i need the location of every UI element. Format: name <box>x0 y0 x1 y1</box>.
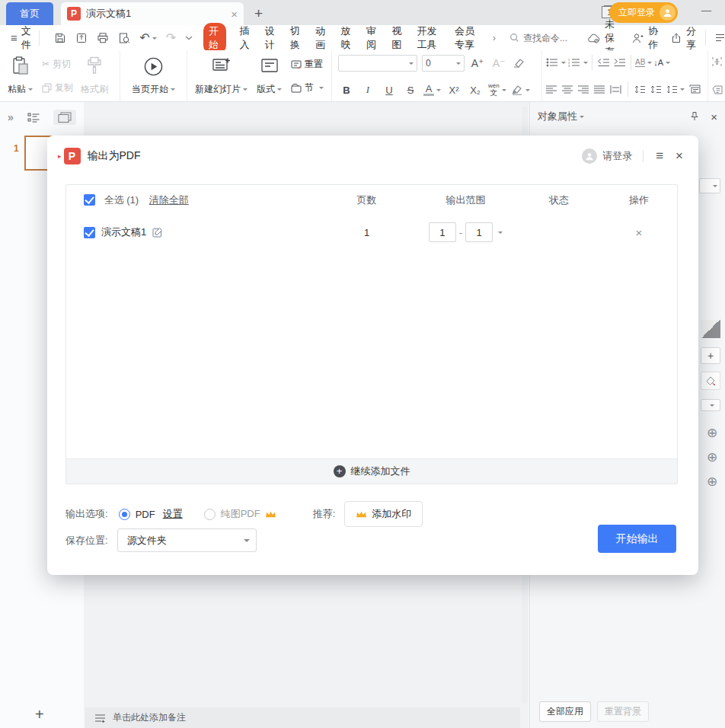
outline-view-icon[interactable] <box>27 113 40 123</box>
reset-button[interactable]: 重置 <box>291 58 324 71</box>
pdf-option-label[interactable]: PDF <box>136 509 155 520</box>
collaborate-button[interactable]: 协作 <box>648 24 658 52</box>
tab-animation[interactable]: 动画 <box>315 24 327 52</box>
tab-design[interactable]: 设计 <box>265 24 277 52</box>
callout-textbox-icon[interactable] <box>711 85 723 95</box>
line-spacing-up-icon[interactable] <box>634 85 646 94</box>
minimize-window-button[interactable]: — <box>701 5 711 16</box>
numbered-list-button[interactable]: 123 <box>567 58 588 67</box>
customize-toolbar-icon[interactable] <box>185 35 193 41</box>
tab-devtools[interactable]: 开发工具 <box>417 24 442 52</box>
superscript-button[interactable]: X² <box>446 85 462 96</box>
save-icon[interactable] <box>54 32 66 44</box>
tab-view[interactable]: 视图 <box>391 24 404 52</box>
panel-title[interactable]: 对象属性 <box>538 110 577 123</box>
expand-section-icon[interactable]: ⊕ <box>707 449 717 465</box>
chevron-down-icon[interactable] <box>152 37 157 42</box>
section-button[interactable]: 节 <box>291 81 324 94</box>
ribbon-options-icon[interactable] <box>715 34 725 42</box>
text-direction-button[interactable]: ↓A <box>653 58 670 67</box>
vertical-align-icon[interactable] <box>711 56 723 67</box>
new-slide-button[interactable]: 新建幻灯片 <box>192 55 251 97</box>
add-swatch-button[interactable]: + <box>701 347 720 364</box>
new-tab-button[interactable]: + <box>254 5 263 22</box>
decrease-font-icon[interactable]: A⁻ <box>490 57 507 69</box>
pin-icon[interactable] <box>689 111 700 122</box>
tab-review[interactable]: 审阅 <box>366 24 378 52</box>
highlight-button[interactable] <box>511 85 530 95</box>
image-pdf-radio[interactable] <box>204 509 216 520</box>
document-tab[interactable]: P 演示文稿1 × <box>61 2 244 25</box>
slide-thumbnails-view-icon[interactable] <box>53 110 76 125</box>
start-export-button[interactable]: 开始输出 <box>598 525 676 553</box>
export-icon[interactable] <box>75 32 88 44</box>
tab-slideshow[interactable]: 放映 <box>341 24 353 52</box>
fill-style-select[interactable] <box>699 178 720 193</box>
notes-bar[interactable]: 单击此处添加备注 <box>85 707 520 728</box>
tab-transition[interactable]: 切换 <box>290 24 302 52</box>
increase-indent-icon[interactable] <box>612 58 627 67</box>
paste-button[interactable]: 粘贴 <box>5 55 36 97</box>
text-box-icon[interactable] <box>688 85 701 94</box>
layout-button[interactable]: 版式 <box>254 55 285 97</box>
increase-font-icon[interactable]: A⁺ <box>469 57 486 69</box>
chevron-down-icon[interactable] <box>580 116 584 120</box>
clear-all-link[interactable]: 清除全部 <box>149 194 189 206</box>
rename-icon[interactable] <box>152 227 163 238</box>
close-tab-icon[interactable]: × <box>231 8 238 21</box>
add-slide-button[interactable]: + <box>35 706 44 723</box>
pdf-settings-link[interactable]: 设置 <box>163 507 183 521</box>
search-input[interactable] <box>523 33 578 43</box>
add-more-files-button[interactable]: + 继续添加文件 <box>66 458 677 484</box>
range-to-input[interactable] <box>465 222 493 242</box>
collapse-panel-icon[interactable]: » <box>8 111 14 123</box>
range-from-input[interactable] <box>429 222 456 242</box>
image-pdf-label[interactable]: 纯图PDF <box>221 507 260 521</box>
file-menu-button[interactable]: ≡ 文件 <box>11 24 34 52</box>
distribute-icon[interactable] <box>609 85 622 94</box>
print-icon[interactable] <box>97 32 109 44</box>
range-dropdown-icon[interactable] <box>498 231 503 236</box>
command-search[interactable] <box>509 33 578 43</box>
dialog-close-icon[interactable]: × <box>675 148 683 164</box>
dialog-login-button[interactable]: 请登录 <box>582 148 632 164</box>
dialog-menu-icon[interactable]: ≡ <box>656 148 663 164</box>
gradient-style-select[interactable] <box>701 399 720 411</box>
cut-button[interactable]: ✂剪切 <box>42 58 73 71</box>
expand-section-icon[interactable]: ⊕ <box>707 474 717 490</box>
print-preview-icon[interactable] <box>118 32 130 44</box>
row-checkbox[interactable] <box>84 227 95 238</box>
home-tab[interactable]: 首页 <box>6 2 53 25</box>
shape-preview-swatch[interactable] <box>701 320 720 338</box>
play-from-current-button[interactable]: 当页开始 <box>129 55 178 97</box>
pinyin-guide-button[interactable]: wén文 <box>488 83 506 97</box>
font-size-select[interactable]: 0 <box>422 55 465 72</box>
font-color-button[interactable]: A <box>423 84 441 96</box>
save-location-select[interactable]: 源文件夹 <box>117 528 257 552</box>
decrease-indent-icon[interactable] <box>596 58 611 67</box>
more-tabs-icon[interactable]: › <box>493 32 496 43</box>
font-family-select[interactable] <box>338 55 417 72</box>
underline-button[interactable]: U <box>381 85 398 96</box>
select-all-checkbox[interactable] <box>84 194 95 206</box>
pdf-radio[interactable] <box>119 509 130 520</box>
close-panel-icon[interactable]: × <box>711 110 717 123</box>
line-spacing-down-icon[interactable] <box>650 85 662 94</box>
subscript-button[interactable]: X₂ <box>467 85 484 96</box>
bullet-list-button[interactable] <box>545 58 566 67</box>
tab-home-ribbon[interactable]: 开始 <box>203 23 226 53</box>
strikethrough-button[interactable]: S <box>402 85 419 96</box>
redo-icon[interactable]: ↷ <box>166 30 176 45</box>
add-watermark-button[interactable]: 添加水印 <box>344 501 423 527</box>
line-spacing-button[interactable] <box>666 85 685 94</box>
italic-button[interactable]: I <box>359 84 376 96</box>
no-fill-bucket-icon[interactable] <box>701 372 720 390</box>
copy-button[interactable]: 复制 <box>42 81 73 94</box>
share-button[interactable]: 分享 <box>686 24 696 52</box>
format-painter-button[interactable]: 格式刷 <box>78 55 111 97</box>
tab-member[interactable]: 会员专享 <box>455 24 480 52</box>
tab-insert[interactable]: 插入 <box>239 24 251 52</box>
expand-section-icon[interactable]: ⊕ <box>707 425 717 441</box>
char-spacing-button[interactable]: AB <box>635 58 652 67</box>
align-center-icon[interactable] <box>561 85 573 94</box>
